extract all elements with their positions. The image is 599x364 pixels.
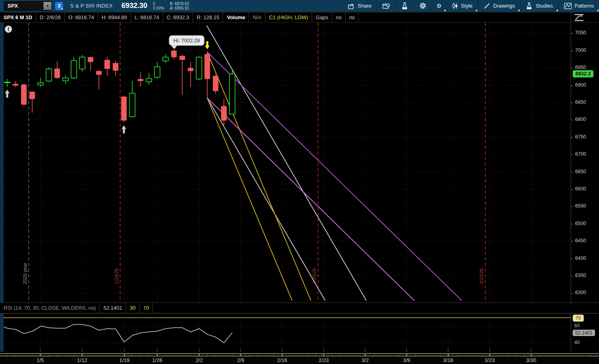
symbol-search-box[interactable]: ▼ [4,1,52,11]
main-chart-area: 2025 year1/16/262/20/263/20/26Hi: 7002.2… [0,23,599,303]
alerts-button[interactable] [377,0,395,12]
drawings-button[interactable]: Drawings [478,0,520,12]
rsi-value-cell: 52.1401 [100,303,126,313]
flask-icon [526,2,533,10]
rsi-study-cell[interactable]: RSI (14, 70, 30, CLOSE, WILDERS, no) [0,303,100,313]
date-tick-label: 2/9 [237,357,244,363]
rsi-tick-label: 40 [574,340,580,345]
range-cell: R: 128.15 [193,12,223,22]
price-tick-label: 6700 [575,151,586,157]
price-tick-mark [571,172,573,172]
price-tick-mark [571,259,573,259]
rsi-chart-canvas[interactable] [0,314,571,352]
share-button[interactable]: Share [342,0,377,12]
price-tick-label: 6650 [575,169,586,174]
price-tick-label: 6900 [575,82,586,88]
date-tick-label: 2/16 [277,357,287,363]
chevron-corner-icon [444,9,446,11]
patterns-button[interactable]: Patterns [558,0,599,12]
price-tick-mark [571,103,573,103]
chevron-corner-icon [518,9,520,11]
symbol-input[interactable] [4,3,43,9]
bid-ask-stack: B: 6876.92 A: 6955.91 [170,2,189,10]
last-price-badge: 6932.3 [573,70,593,77]
symbol-description: S & P 500 INDEX [70,3,113,9]
svg-text:2025 year: 2025 year [22,263,28,284]
price-tick-mark [571,293,573,293]
trading-platform-window: ▼ 3 S & P 500 INDEX 6932.30 0 0.00% B: 6… [0,0,599,364]
date-tick-label: 1/19 [119,357,129,363]
header-filler [153,303,571,313]
style-button[interactable]: Style [446,0,478,12]
pencil-line-icon [483,2,490,10]
price-tick-label: 6500 [575,221,586,226]
date-axis[interactable]: 1/51/121/191/262/22/92/162/233/23/93/163… [0,356,599,364]
header-filler [359,12,571,22]
gaps-option-cell[interactable]: no [332,12,345,22]
rsi-cells: RSI (14, 70, 30, CLOSE, WILDERS, no)52.1… [0,303,571,313]
studies-button[interactable]: Studies [520,0,558,12]
bid-value: B: 6876.92 [170,2,189,6]
rsi-overbought-cell: 70 [140,303,153,313]
price-tick-label: 6550 [575,203,586,209]
rsi-oversold-cell: 30 [126,303,139,313]
pattern-zigzag-icon [564,2,572,10]
gaps-option-cell[interactable]: no [346,12,359,22]
change-percent: 0.00% [153,6,164,10]
price-tick-label: 6350 [575,273,586,278]
price-tick-label: 6750 [575,134,586,140]
price-tick-label: 6850 [575,99,586,105]
quick-study-button[interactable] [395,0,413,12]
price-tick-label: 6450 [575,238,586,243]
gaps-cell[interactable]: Gaps [312,12,332,22]
volume-value-cell: N/A [249,12,265,22]
gear-icon [419,2,427,10]
rsi-header-row: RSI (14, 70, 30, CLOSE, WILDERS, no)52.1… [0,303,599,313]
svg-text:!: ! [8,26,10,32]
rsi-overbought-badge: 70 [573,315,584,322]
price-tick-label: 6600 [575,186,586,192]
compare-cell[interactable]: C1 (HIGH, LOW) [265,12,312,22]
price-tick-mark [571,154,573,155]
timeframe-button[interactable]: D [432,0,446,12]
price-tick-mark [571,51,573,51]
price-tick-mark [571,224,573,224]
price-tick-mark [571,276,573,276]
date-tick-label: 1/12 [77,357,87,363]
chevron-corner-icon [61,8,63,10]
date-tick-label: 3/9 [403,357,410,363]
chart-header-row: SPX 6 M 1DD: 2/6/26O: 6816.74H: 6944.89L… [0,12,599,23]
price-tick-mark [571,241,573,241]
price-tick-mark [571,137,573,138]
svg-text:Hi: 7002.28: Hi: 7002.28 [174,38,200,44]
ohlc-cells: SPX 6 M 1DD: 2/6/26O: 6816.74H: 6944.89L… [0,12,571,22]
flask-icon [401,2,408,10]
main-chart-canvas[interactable]: 2025 year1/16/262/20/263/20/26Hi: 7002.2… [0,23,571,303]
axis-scale-icon [573,13,585,22]
price-tick-mark [571,85,573,86]
rsi-header-corner [571,303,599,313]
date-tick-label: 3/30 [526,357,536,363]
price-axis[interactable]: 7050700069506900685068006750670066506600… [571,23,599,303]
svg-text:1/16/26: 1/16/26 [114,268,119,284]
rsi-value-badge: 52.1401 [573,330,595,336]
link-group-badge[interactable]: 3 [55,2,63,10]
axis-corner[interactable] [571,12,599,22]
date-tick-label: 1/5 [37,357,44,363]
candlestick-icon [452,2,458,10]
rsi-axis[interactable]: 706052.140140 [571,314,599,352]
time-slider-row [0,352,599,356]
date-tick-label: 3/2 [362,357,369,363]
price-tick-mark [571,189,573,190]
price-tick-mark [571,68,573,68]
link-group-number: 3 [57,3,60,9]
chart-settings-button[interactable] [413,0,432,12]
date-tick-label: 3/23 [484,357,494,363]
low-cell: L: 6816.74 [131,12,163,22]
volume-cell[interactable]: Volume [223,12,249,22]
date-cell: D: 2/6/26 [36,12,65,22]
chevron-corner-icon [475,9,477,11]
symbol-dropdown-button[interactable]: ▼ [43,2,51,10]
series-cell[interactable]: SPX 6 M 1D [0,12,36,22]
price-tick-label: 7000 [575,47,586,53]
